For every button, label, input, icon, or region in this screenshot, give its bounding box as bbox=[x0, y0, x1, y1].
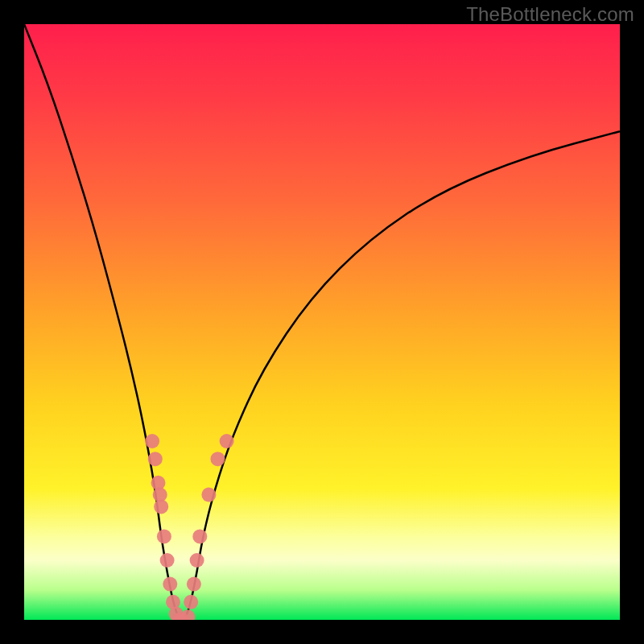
marker-dot bbox=[190, 553, 204, 568]
plot-area bbox=[24, 24, 620, 620]
marker-dot bbox=[145, 434, 159, 448]
watermark-text: TheBottleneck.com bbox=[466, 3, 634, 26]
marker-dot bbox=[187, 577, 201, 592]
curve-layer bbox=[24, 24, 620, 620]
chart-frame: TheBottleneck.com bbox=[0, 0, 644, 644]
marker-dot bbox=[192, 529, 207, 543]
marker-dot bbox=[220, 434, 234, 448]
marker-dot bbox=[211, 452, 225, 466]
marker-dot bbox=[163, 577, 177, 592]
bottleneck-curve bbox=[24, 24, 620, 620]
marker-dot bbox=[160, 553, 175, 568]
marker-group bbox=[145, 434, 234, 620]
marker-dot bbox=[181, 609, 196, 620]
marker-dot bbox=[201, 488, 216, 502]
marker-dot bbox=[154, 499, 168, 514]
marker-dot bbox=[157, 529, 171, 543]
marker-dot bbox=[148, 452, 163, 466]
marker-dot bbox=[184, 595, 198, 609]
